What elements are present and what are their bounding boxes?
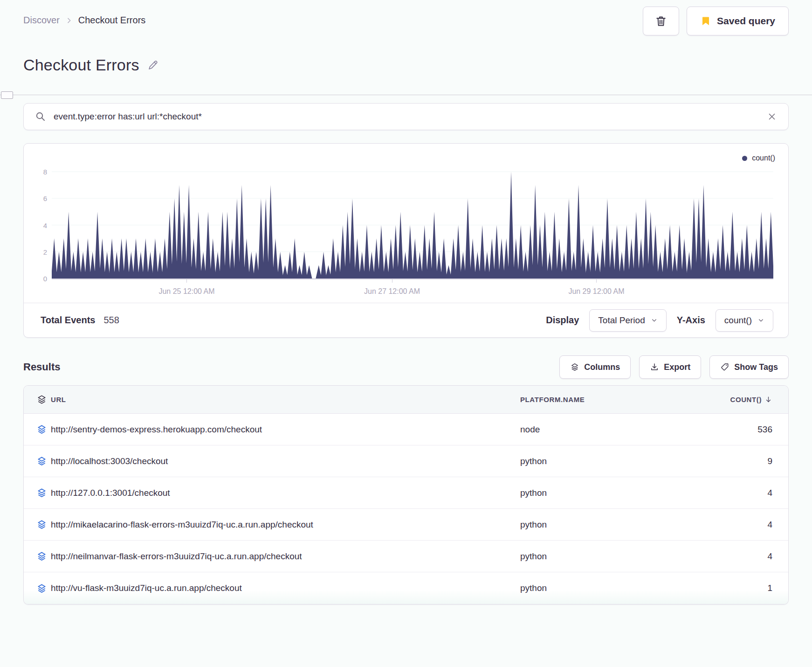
spike-area-chart bbox=[52, 169, 773, 278]
stack-column-icon[interactable] bbox=[24, 394, 51, 405]
sort-desc-icon bbox=[764, 396, 772, 403]
row-count: 4 bbox=[767, 520, 788, 530]
chart-footer: Total Events 558 Display Total Period Y-… bbox=[24, 303, 788, 337]
breadcrumb: Discover Checkout Errors bbox=[23, 15, 145, 26]
chevron-right-icon bbox=[65, 17, 73, 24]
results-actions: Columns Export Show Tags bbox=[559, 355, 789, 379]
open-stack-icon[interactable] bbox=[24, 583, 51, 594]
show-tags-button-label: Show Tags bbox=[734, 362, 778, 372]
row-count: 4 bbox=[767, 488, 788, 498]
search-input[interactable] bbox=[54, 111, 759, 122]
row-platform: python bbox=[520, 488, 674, 498]
yaxis-dropdown-value: count() bbox=[724, 315, 752, 326]
table-row[interactable]: http://neilmanvar-flask-errors-m3uuizd7i… bbox=[24, 541, 788, 572]
chart-controls: Display Total Period Y-Axis count() bbox=[546, 309, 773, 332]
discover-page: Discover Checkout Errors Saved query bbox=[0, 0, 812, 604]
legend-dot-icon bbox=[742, 156, 747, 161]
table-header-row: URL PLATFORM.NAME COUNT() bbox=[24, 386, 788, 414]
legend-label: count() bbox=[752, 154, 775, 162]
column-header-platform[interactable]: PLATFORM.NAME bbox=[520, 396, 674, 403]
y-tick-label: 8 bbox=[43, 168, 47, 176]
row-url-link[interactable]: http://mikaelacarino-flask-errors-m3uuiz… bbox=[51, 520, 520, 530]
y-tick-label: 2 bbox=[43, 248, 47, 256]
delete-query-button[interactable] bbox=[643, 7, 679, 35]
open-stack-icon[interactable] bbox=[24, 456, 51, 466]
column-header-url[interactable]: URL bbox=[51, 396, 520, 403]
y-tick-label: 0 bbox=[43, 275, 47, 283]
table-row[interactable]: http://mikaelacarino-flask-errors-m3uuiz… bbox=[24, 509, 788, 541]
display-dropdown-value: Total Period bbox=[598, 315, 645, 326]
page-title-row: Checkout Errors bbox=[23, 56, 789, 74]
open-stack-icon[interactable] bbox=[24, 519, 51, 530]
saved-query-button[interactable]: Saved query bbox=[687, 7, 789, 35]
yaxis-label: Y-Axis bbox=[677, 315, 705, 326]
display-dropdown[interactable]: Total Period bbox=[589, 309, 666, 332]
row-count: 9 bbox=[767, 456, 788, 466]
row-platform: python bbox=[520, 583, 674, 593]
tag-icon bbox=[720, 362, 729, 372]
download-icon bbox=[650, 362, 659, 372]
row-url-link[interactable]: http://127.0.0.1:3001/checkout bbox=[51, 488, 520, 498]
table-row[interactable]: http://vu-flask-m3uuizd7iq-uc.a.run.app/… bbox=[24, 572, 788, 604]
search-icon bbox=[35, 111, 46, 122]
header-divider bbox=[0, 95, 812, 95]
table-row[interactable]: http://localhost:3003/checkout python 9 bbox=[24, 445, 788, 477]
y-axis-labels: 02468 bbox=[31, 169, 47, 278]
columns-button[interactable]: Columns bbox=[559, 355, 631, 379]
chart-legend[interactable]: count() bbox=[742, 154, 775, 162]
open-stack-icon[interactable] bbox=[24, 487, 51, 498]
row-url-link[interactable]: http://localhost:3003/checkout bbox=[51, 456, 520, 466]
row-platform: python bbox=[520, 456, 674, 466]
y-tick-label: 4 bbox=[43, 221, 47, 229]
display-label: Display bbox=[546, 315, 579, 326]
chevron-down-icon bbox=[757, 317, 764, 324]
row-count: 1 bbox=[767, 583, 788, 593]
row-platform: python bbox=[520, 551, 674, 562]
table-row[interactable]: http://127.0.0.1:3001/checkout python 4 bbox=[24, 477, 788, 509]
clear-search-icon[interactable] bbox=[767, 111, 777, 122]
chevron-down-icon bbox=[651, 317, 658, 324]
row-platform: python bbox=[520, 520, 674, 530]
row-count: 536 bbox=[757, 424, 788, 435]
search-bar bbox=[23, 103, 789, 130]
row-platform: node bbox=[520, 424, 674, 435]
row-count: 4 bbox=[767, 551, 788, 562]
columns-button-label: Columns bbox=[584, 362, 620, 372]
trash-icon bbox=[654, 14, 667, 28]
columns-stack-icon bbox=[570, 362, 579, 372]
page-title: Checkout Errors bbox=[23, 56, 139, 74]
show-tags-button[interactable]: Show Tags bbox=[709, 355, 789, 379]
y-tick-label: 6 bbox=[43, 195, 47, 202]
x-axis-labels: Jun 25 12:00 AMJun 27 12:00 AMJun 29 12:… bbox=[52, 278, 773, 303]
yaxis-dropdown[interactable]: count() bbox=[716, 309, 773, 332]
breadcrumb-discover-link[interactable]: Discover bbox=[23, 15, 60, 26]
x-tick: Jun 29 12:00 AM bbox=[568, 278, 624, 296]
open-stack-icon[interactable] bbox=[24, 424, 51, 435]
row-url-link[interactable]: http://neilmanvar-flask-errors-m3uuizd7i… bbox=[51, 551, 520, 562]
header-actions: Saved query bbox=[643, 7, 789, 35]
bookmark-icon bbox=[700, 15, 711, 27]
edit-title-icon[interactable] bbox=[147, 59, 159, 71]
results-table: URL PLATFORM.NAME COUNT() http://sentry-… bbox=[23, 385, 789, 604]
x-tick: Jun 27 12:00 AM bbox=[364, 278, 420, 296]
total-events: Total Events 558 bbox=[41, 315, 119, 326]
collapse-handle[interactable] bbox=[1, 91, 13, 99]
export-button[interactable]: Export bbox=[639, 355, 701, 379]
top-bar: Discover Checkout Errors Saved query bbox=[23, 0, 789, 35]
saved-query-label: Saved query bbox=[717, 15, 775, 27]
x-tick: Jun 25 12:00 AM bbox=[158, 278, 214, 296]
events-chart-panel: count() 02468 Jun 25 12:00 AMJun 27 12:0… bbox=[23, 143, 789, 338]
total-events-label: Total Events bbox=[41, 315, 95, 326]
chart-plot-area[interactable]: 02468 bbox=[52, 169, 773, 278]
total-events-value: 558 bbox=[103, 315, 119, 326]
open-stack-icon[interactable] bbox=[24, 551, 51, 562]
row-url-link[interactable]: http://vu-flask-m3uuizd7iq-uc.a.run.app/… bbox=[51, 583, 520, 593]
table-row[interactable]: http://sentry-demos-express.herokuapp.co… bbox=[24, 414, 788, 445]
breadcrumb-current: Checkout Errors bbox=[78, 15, 146, 26]
row-url-link[interactable]: http://sentry-demos-express.herokuapp.co… bbox=[51, 424, 520, 435]
column-header-count[interactable]: COUNT() bbox=[730, 396, 788, 403]
results-header-row: Results Columns Export Show Tags bbox=[23, 355, 789, 379]
results-heading: Results bbox=[23, 361, 60, 373]
table-body: http://sentry-demos-express.herokuapp.co… bbox=[24, 414, 788, 604]
export-button-label: Export bbox=[664, 362, 690, 372]
